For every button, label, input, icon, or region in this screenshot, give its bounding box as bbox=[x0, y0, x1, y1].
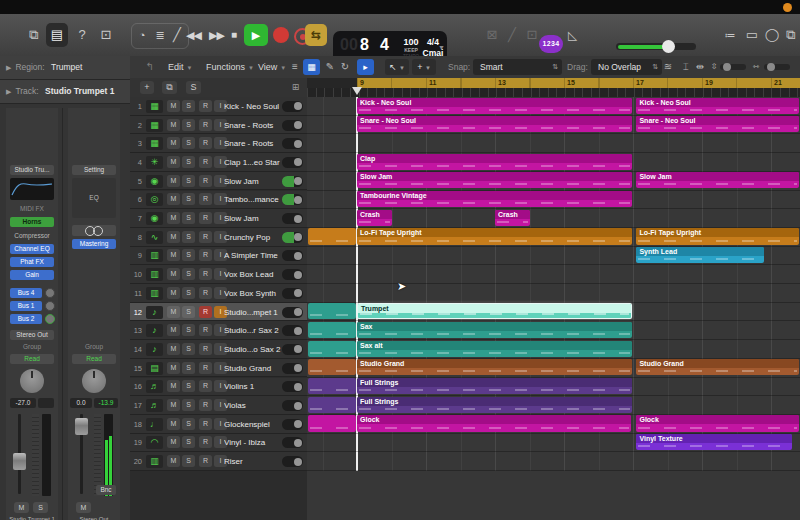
track-on-off-toggle[interactable] bbox=[282, 307, 303, 318]
strip-setting-button[interactable]: Setting bbox=[72, 165, 116, 175]
track-on-off-toggle[interactable] bbox=[282, 400, 303, 411]
track-on-off-toggle[interactable] bbox=[282, 269, 303, 280]
track-s-button[interactable]: S bbox=[182, 137, 195, 149]
track-row[interactable]: 6◎MSRITambo...mance bbox=[130, 191, 307, 210]
output-button[interactable]: Stereo Out bbox=[10, 330, 54, 340]
track-s-button[interactable]: S bbox=[182, 362, 195, 374]
track-row[interactable]: 8∿MSRICrunchy Pop bbox=[130, 228, 307, 247]
solo-button[interactable]: S bbox=[33, 502, 48, 513]
stereo-format-button[interactable] bbox=[72, 225, 116, 236]
track-r-button[interactable]: R bbox=[199, 455, 212, 467]
region[interactable]: Full Strings bbox=[357, 397, 632, 413]
automation-mode-button[interactable]: Read bbox=[10, 354, 54, 364]
track-zoom-icon[interactable]: ⊞ bbox=[288, 81, 303, 94]
track-s-button[interactable]: S bbox=[182, 193, 195, 205]
track-m-button[interactable]: M bbox=[167, 436, 180, 448]
track-m-button[interactable]: M bbox=[167, 380, 180, 392]
rewind-button[interactable]: ◀◀ bbox=[186, 14, 201, 56]
track-r-button[interactable]: R bbox=[199, 156, 212, 168]
region[interactable]: Vinyl Texture bbox=[636, 434, 791, 450]
replace-icon[interactable]: ⊡ bbox=[522, 14, 542, 56]
toolbar-icon[interactable]: ⊡ bbox=[96, 14, 116, 56]
region[interactable]: Slow Jam bbox=[357, 172, 632, 188]
audio-fx-slot-3[interactable]: Gain bbox=[10, 270, 54, 280]
track-s-button[interactable]: S bbox=[182, 119, 195, 131]
track-on-off-toggle[interactable] bbox=[282, 437, 303, 448]
library-icon[interactable]: ⧉ bbox=[24, 14, 44, 56]
track-on-off-toggle[interactable] bbox=[282, 381, 303, 392]
automation-pencil-icon[interactable]: ✎ bbox=[322, 56, 338, 78]
pencil-tool-menu[interactable]: + ▼ bbox=[412, 59, 436, 75]
track-row[interactable]: 7◉MSRISlow Jam bbox=[130, 209, 307, 228]
media-browser-icon[interactable]: ⧉ bbox=[781, 14, 800, 56]
track-on-off-toggle[interactable] bbox=[282, 176, 303, 187]
region[interactable] bbox=[308, 228, 356, 244]
bar-ruler[interactable]: 9111315171921 bbox=[307, 78, 800, 97]
region[interactable]: Kick - Neo Soul bbox=[636, 98, 799, 114]
track-r-button[interactable]: R bbox=[199, 306, 212, 318]
track-s-button[interactable]: S bbox=[182, 343, 195, 355]
track-on-off-toggle[interactable] bbox=[282, 288, 303, 299]
region[interactable]: Snare - Neo Soul bbox=[357, 116, 632, 132]
track-m-button[interactable]: M bbox=[167, 231, 180, 243]
region[interactable] bbox=[308, 303, 356, 319]
track-r-button[interactable]: R bbox=[199, 100, 212, 112]
track-r-button[interactable]: R bbox=[199, 362, 212, 374]
track-s-button[interactable]: S bbox=[182, 175, 195, 187]
region-inspector-header[interactable]: ▶Region: Trumpet bbox=[0, 56, 130, 80]
horizontal-zoom-slider[interactable] bbox=[764, 64, 790, 70]
track-r-button[interactable]: R bbox=[199, 399, 212, 411]
region[interactable]: Trumpet bbox=[357, 303, 632, 319]
track-m-button[interactable]: M bbox=[167, 287, 180, 299]
track-m-button[interactable]: M bbox=[167, 306, 180, 318]
lcd-chevron-down-icon[interactable]: ▼ bbox=[438, 44, 445, 51]
track-on-off-toggle[interactable] bbox=[282, 419, 303, 430]
track-s-button[interactable]: S bbox=[182, 455, 195, 467]
edit-menu[interactable]: Edit▼ bbox=[168, 56, 192, 78]
region[interactable] bbox=[308, 341, 356, 357]
track-m-button[interactable]: M bbox=[167, 119, 180, 131]
volume-value[interactable]: 0.0 bbox=[70, 398, 92, 408]
track-row[interactable]: 2▦MSRISnare - Roots bbox=[130, 116, 307, 135]
catch-arrow-icon[interactable]: ↰ bbox=[142, 56, 158, 78]
pan-knob[interactable] bbox=[20, 369, 44, 393]
eq-thumbnail[interactable] bbox=[10, 178, 54, 200]
region[interactable]: Clap bbox=[357, 154, 632, 170]
region[interactable]: Synth Lead bbox=[636, 247, 764, 263]
track-r-button[interactable]: R bbox=[199, 212, 212, 224]
pencil-icon[interactable]: ╱ bbox=[502, 14, 522, 56]
chevron-right-icon[interactable]: ▶ bbox=[6, 64, 11, 71]
track-s-button[interactable]: S bbox=[182, 380, 195, 392]
master-solo-button[interactable]: S bbox=[186, 81, 201, 94]
track-row[interactable]: 17♬MSRIViolas bbox=[130, 396, 307, 415]
track-s-button[interactable]: S bbox=[182, 212, 195, 224]
group-label[interactable]: Group bbox=[6, 343, 58, 350]
list-view-icon[interactable]: ≡ bbox=[287, 56, 303, 78]
track-m-button[interactable]: M bbox=[167, 212, 180, 224]
region[interactable]: Tambourine Vintage bbox=[357, 191, 632, 207]
track-m-button[interactable]: M bbox=[167, 268, 180, 280]
loop-browser-icon[interactable]: ◯ bbox=[762, 14, 782, 56]
track-m-button[interactable]: M bbox=[167, 193, 180, 205]
audio-fx-slot-0[interactable]: Compressor bbox=[6, 232, 58, 239]
track-r-button[interactable]: R bbox=[199, 268, 212, 280]
view-menu[interactable]: View▼ bbox=[258, 56, 286, 78]
track-row[interactable]: 3▦MSRISnare - Roots bbox=[130, 134, 307, 153]
arrange-canvas[interactable]: ➤ Kick - Neo SoulKick - Neo SoulSnare - … bbox=[307, 97, 800, 520]
region[interactable]: Studio Grand bbox=[357, 359, 632, 375]
region[interactable] bbox=[308, 378, 356, 394]
midi-fx-slot[interactable]: Horns bbox=[10, 217, 54, 227]
track-m-button[interactable]: M bbox=[167, 418, 180, 430]
track-row[interactable]: 12♪MSRIStudio...mpet 1 bbox=[130, 303, 307, 322]
flex-icon[interactable]: ≋ bbox=[660, 56, 676, 78]
region[interactable] bbox=[308, 322, 356, 338]
track-r-button[interactable]: R bbox=[199, 343, 212, 355]
send-knob-0[interactable] bbox=[45, 288, 55, 298]
volume-knob[interactable] bbox=[662, 40, 675, 53]
track-s-button[interactable]: S bbox=[182, 231, 195, 243]
loop-icon[interactable]: ↻ bbox=[337, 56, 353, 78]
track-r-button[interactable]: R bbox=[199, 324, 212, 336]
send-knob-2[interactable] bbox=[45, 314, 55, 324]
region[interactable]: Slow Jam bbox=[636, 172, 799, 188]
track-on-off-toggle[interactable] bbox=[282, 101, 303, 112]
